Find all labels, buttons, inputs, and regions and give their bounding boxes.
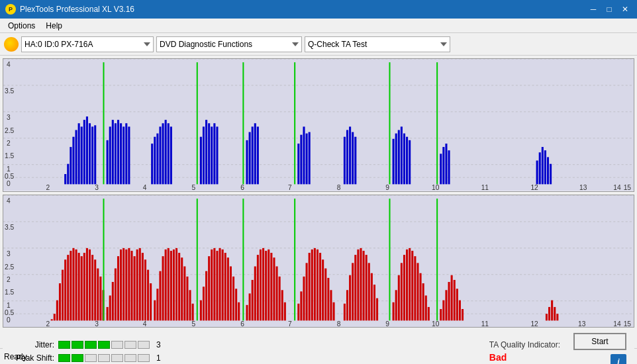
svg-rect-22 [81, 126, 83, 184]
svg-text:14: 14 [613, 320, 621, 327]
svg-rect-16 [64, 174, 66, 184]
svg-rect-201 [276, 266, 278, 320]
svg-rect-231 [373, 285, 375, 320]
svg-rect-134 [89, 250, 91, 320]
svg-rect-198 [268, 250, 270, 320]
svg-rect-66 [344, 137, 346, 185]
svg-rect-21 [78, 123, 80, 184]
peakshift-block-5 [111, 354, 123, 362]
svg-rect-262 [556, 314, 558, 320]
svg-rect-161 [159, 271, 161, 320]
svg-rect-63 [303, 126, 305, 184]
svg-rect-157 [150, 283, 152, 320]
svg-rect-172 [189, 290, 191, 320]
svg-rect-76 [403, 134, 405, 185]
svg-rect-247 [428, 307, 430, 320]
svg-rect-37 [128, 126, 130, 184]
svg-rect-203 [281, 290, 283, 320]
svg-rect-38 [151, 144, 153, 184]
start-button[interactable]: Start [573, 333, 626, 350]
info-button[interactable]: i [611, 354, 626, 364]
svg-text:10: 10 [432, 184, 440, 191]
svg-text:1: 1 [7, 302, 11, 309]
svg-rect-59 [257, 126, 259, 184]
svg-rect-160 [156, 289, 158, 320]
svg-rect-50 [208, 123, 210, 184]
svg-rect-251 [445, 290, 447, 320]
jitter-meter [58, 341, 150, 349]
svg-rect-180 [216, 251, 218, 320]
svg-text:10: 10 [432, 320, 440, 327]
svg-rect-49 [205, 120, 207, 184]
svg-rect-74 [398, 130, 400, 184]
jitter-value: 3 [156, 340, 161, 349]
svg-rect-123 [59, 283, 61, 320]
svg-rect-68 [349, 126, 351, 184]
top-chart: 4 3.5 3 2.5 2 1.5 1 0.5 0 [3, 58, 634, 192]
svg-rect-129 [75, 250, 77, 320]
jitter-block-1 [58, 341, 70, 349]
svg-text:0: 0 [7, 180, 11, 187]
test-select[interactable]: Q-Check TA Test [305, 36, 450, 52]
svg-rect-162 [162, 256, 164, 320]
title-bar-controls[interactable]: ─ □ ✕ [587, 4, 632, 15]
ta-quality-area: TA Quality Indicator: Bad [476, 340, 573, 363]
svg-rect-170 [183, 266, 185, 320]
close-button[interactable]: ✕ [618, 4, 632, 15]
svg-rect-143 [112, 282, 114, 320]
svg-text:2: 2 [46, 320, 50, 327]
svg-rect-171 [186, 276, 188, 320]
menu-help[interactable]: Help [40, 20, 68, 32]
svg-rect-73 [395, 134, 397, 185]
svg-text:1.5: 1.5 [5, 289, 15, 296]
svg-text:9: 9 [385, 184, 389, 191]
maximize-button[interactable]: □ [603, 4, 616, 15]
svg-text:9: 9 [385, 320, 389, 327]
svg-rect-155 [144, 259, 146, 320]
svg-rect-52 [213, 123, 215, 184]
svg-text:15: 15 [624, 320, 632, 327]
svg-rect-61 [297, 144, 299, 184]
app-title: PlexTools Professional XL V3.16 [20, 5, 134, 14]
svg-rect-191 [249, 293, 251, 320]
status-text: Ready [4, 352, 27, 361]
svg-rect-204 [284, 302, 286, 320]
ta-quality-label: TA Quality Indicator: [489, 340, 560, 349]
svg-rect-120 [51, 319, 53, 320]
svg-text:0.5: 0.5 [5, 173, 15, 180]
svg-rect-150 [130, 251, 132, 320]
metrics-area: Jitter: 3 Peak Shift: [8, 340, 476, 363]
svg-rect-240 [409, 248, 411, 320]
svg-rect-121 [54, 314, 56, 320]
function-select[interactable]: DVD Diagnostic Functions [156, 36, 302, 52]
svg-text:15: 15 [624, 184, 632, 191]
menu-bar: Options Help [0, 19, 637, 33]
svg-rect-77 [406, 137, 408, 185]
svg-rect-80 [440, 154, 442, 184]
svg-rect-194 [257, 255, 259, 320]
svg-rect-187 [235, 289, 237, 320]
svg-rect-26 [91, 126, 93, 184]
svg-rect-42 [162, 123, 164, 184]
svg-rect-135 [91, 255, 93, 320]
svg-rect-202 [279, 276, 281, 320]
svg-text:8: 8 [337, 320, 341, 327]
jitter-block-4 [98, 341, 110, 349]
menu-options[interactable]: Options [3, 20, 40, 32]
svg-text:4: 4 [143, 320, 147, 327]
device-select[interactable]: HA:0 ID:0 PX-716A [21, 36, 154, 52]
svg-rect-27 [94, 125, 96, 184]
app-logo-icon: P [5, 4, 16, 15]
svg-text:11: 11 [481, 320, 489, 327]
jitter-block-7 [138, 341, 150, 349]
svg-rect-245 [422, 283, 424, 320]
svg-rect-78 [409, 140, 411, 185]
svg-rect-127 [70, 251, 72, 320]
svg-rect-163 [165, 250, 167, 320]
minimize-button[interactable]: ─ [587, 4, 600, 15]
svg-rect-177 [208, 256, 210, 320]
svg-text:3: 3 [7, 250, 11, 257]
svg-text:14: 14 [613, 184, 621, 191]
svg-rect-178 [211, 250, 213, 320]
svg-rect-195 [260, 250, 262, 320]
